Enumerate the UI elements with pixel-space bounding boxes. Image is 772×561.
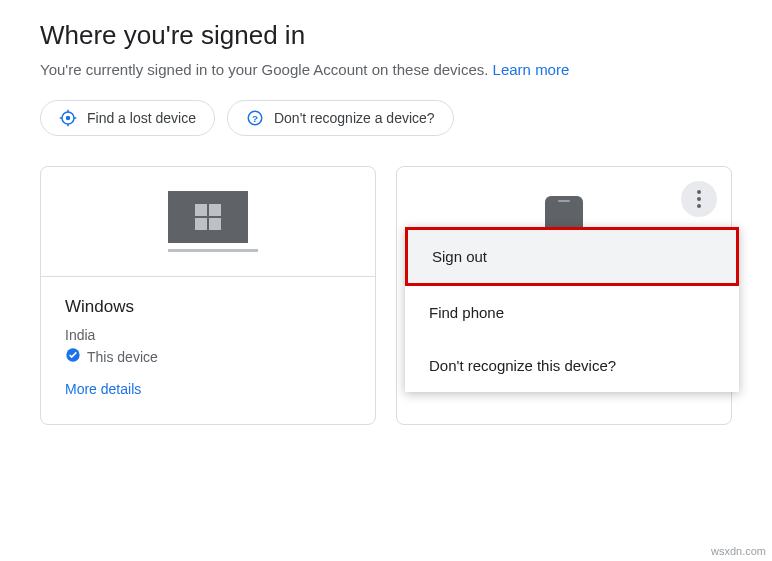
device-card-windows: Windows India This device More details bbox=[40, 166, 376, 425]
target-icon bbox=[59, 109, 77, 127]
subtitle-text: You're currently signed in to your Googl… bbox=[40, 61, 493, 78]
svg-point-1 bbox=[66, 116, 71, 121]
find-lost-device-button[interactable]: Find a lost device bbox=[40, 100, 215, 136]
overflow-menu-button[interactable] bbox=[681, 181, 717, 217]
more-details-link[interactable]: More details bbox=[65, 381, 141, 397]
dont-recognize-button[interactable]: ? Don't recognize a device? bbox=[227, 100, 454, 136]
menu-item-find-phone[interactable]: Find phone bbox=[405, 286, 739, 339]
page-title: Where you're signed in bbox=[40, 20, 732, 51]
device-location: India bbox=[65, 327, 351, 343]
overflow-menu: Sign out Find phone Don't recognize this… bbox=[405, 227, 739, 392]
menu-item-dont-recognize[interactable]: Don't recognize this device? bbox=[405, 339, 739, 392]
menu-item-sign-out[interactable]: Sign out bbox=[405, 227, 739, 286]
svg-text:?: ? bbox=[252, 113, 258, 124]
device-cards: Windows India This device More details S… bbox=[40, 166, 732, 425]
dont-recognize-label: Don't recognize a device? bbox=[274, 110, 435, 126]
device-name: Windows bbox=[65, 297, 351, 317]
monitor-icon bbox=[168, 191, 248, 252]
find-lost-device-label: Find a lost device bbox=[87, 110, 196, 126]
device-image-area bbox=[41, 167, 375, 277]
device-card-phone: Sign out Find phone Don't recognize this… bbox=[396, 166, 732, 425]
learn-more-link[interactable]: Learn more bbox=[493, 61, 570, 78]
this-device-badge: This device bbox=[65, 347, 351, 366]
action-pills: Find a lost device ? Don't recognize a d… bbox=[40, 100, 732, 136]
page-subtitle: You're currently signed in to your Googl… bbox=[40, 61, 732, 78]
kebab-icon bbox=[697, 190, 701, 208]
this-device-label: This device bbox=[87, 349, 158, 365]
help-icon: ? bbox=[246, 109, 264, 127]
check-circle-icon bbox=[65, 347, 81, 366]
card-body: Windows India This device More details bbox=[41, 277, 375, 424]
